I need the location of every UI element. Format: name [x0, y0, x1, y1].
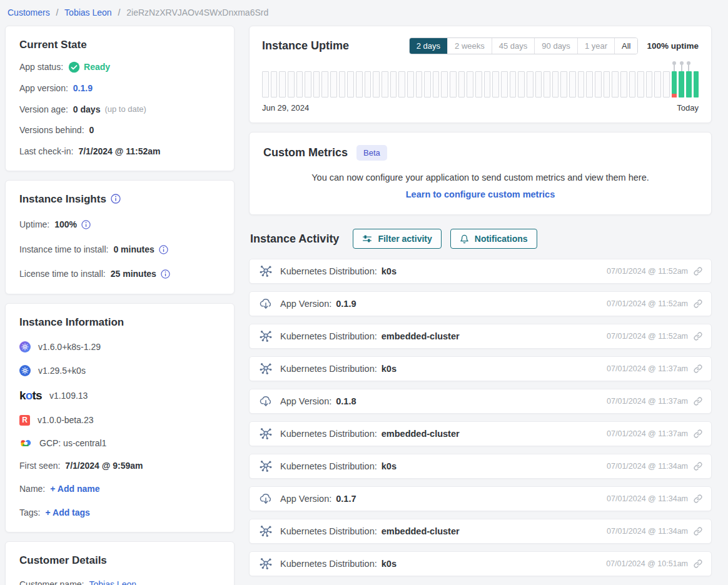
breadcrumb-separator: /	[118, 8, 121, 18]
activity-timestamp: 07/01/2024 @ 11:34am	[607, 527, 688, 536]
uptime-bar-empty	[595, 71, 602, 98]
version-age-label: Version age:	[19, 104, 68, 116]
uptime-bar-empty	[467, 71, 473, 98]
kots-logo-ts: ts	[33, 389, 42, 402]
uptime-range-2-days[interactable]: 2 days	[410, 38, 447, 54]
cluster-icon	[259, 264, 273, 278]
permalink-icon[interactable]	[694, 267, 702, 276]
instance-uptime-title: Instance Uptime	[262, 39, 349, 52]
permalink-icon[interactable]	[694, 332, 702, 341]
activity-value: k0s	[382, 364, 397, 374]
left-column: Current State App status: Ready App vers…	[5, 26, 235, 585]
uptime-label: Uptime:	[19, 219, 49, 231]
custom-metrics-title: Custom Metrics	[263, 146, 348, 159]
k0s-version-row: v1.29.5+k0s	[19, 365, 220, 376]
breadcrumb-instance-id: 2ieRzNzXRVJAOv4SWxDnxma6Srd	[126, 8, 268, 18]
uptime-bar-empty	[416, 71, 423, 98]
uptime-bar-empty	[501, 71, 508, 98]
uptime-bar-empty	[629, 71, 636, 98]
gcp-region-row: GCP: us-central1	[19, 438, 220, 448]
uptime-bar-empty	[543, 71, 550, 98]
uptime-bar-empty	[407, 71, 414, 98]
replicated-logo-letter: R	[19, 415, 30, 426]
instance-time-to-install-value: 0 minutes	[113, 244, 154, 256]
uptime-bar-empty	[612, 71, 619, 98]
activity-label: Kubernetes Distribution:	[280, 461, 377, 471]
info-icon[interactable]	[81, 220, 91, 229]
activity-timestamp: 07/01/2024 @ 11:34am	[607, 494, 688, 503]
add-name-link[interactable]: + Add name	[50, 484, 99, 495]
permalink-icon[interactable]	[694, 462, 702, 471]
uptime-range-1-year[interactable]: 1 year	[577, 38, 614, 54]
uptime-range-all[interactable]: All	[614, 38, 637, 54]
permalink-icon[interactable]	[694, 559, 702, 568]
permalink-icon[interactable]	[694, 494, 702, 503]
permalink-icon[interactable]	[694, 364, 702, 373]
uptime-bar-empty	[330, 71, 337, 98]
uptime-bar-empty	[654, 71, 661, 98]
current-state-title: Current State	[19, 39, 220, 51]
uptime-start-label: Jun 29, 2024	[262, 103, 309, 112]
customer-details-title: Customer Details	[19, 554, 220, 567]
uptime-range-45-days[interactable]: 45 days	[492, 38, 535, 54]
info-icon[interactable]	[159, 245, 168, 254]
uptime-range-90-days[interactable]: 90 days	[534, 38, 577, 54]
gcp-icon	[19, 438, 32, 448]
custom-metrics-description: You can now configure your application t…	[263, 172, 697, 182]
activity-row: Kubernetes Distribution: k0s 07/01/2024 …	[249, 259, 712, 284]
activity-value: 0.1.7	[336, 494, 356, 504]
customer-name-link[interactable]: Tobias Leon	[89, 579, 136, 585]
license-time-to-install-label: License time to install:	[19, 269, 106, 280]
instance-information-title: Instance Information	[19, 316, 220, 329]
notifications-button[interactable]: Notifications	[450, 229, 537, 249]
customer-details-card: Customer Details Customer name: Tobias L…	[5, 541, 235, 585]
uptime-bar-empty	[646, 71, 653, 98]
activity-label: Kubernetes Distribution:	[280, 429, 377, 439]
uptime-bar-empty	[365, 71, 372, 98]
info-icon[interactable]	[161, 269, 170, 279]
custom-metrics-card: Custom Metrics Beta You can now configur…	[249, 132, 712, 215]
breadcrumb-customer-name[interactable]: Tobias Leon	[64, 8, 112, 18]
activity-timestamp: 07/01/2024 @ 11:34am	[607, 462, 688, 471]
last-checkin-value: 7/1/2024 @ 11:52am	[78, 146, 160, 158]
right-column: Instance Uptime 2 days2 weeks45 days90 d…	[249, 26, 712, 584]
activity-value: k0s	[382, 461, 397, 471]
activity-value: embedded-cluster	[382, 429, 460, 439]
configure-custom-metrics-link[interactable]: Learn to configure custom metrics	[263, 189, 697, 199]
activity-timestamp: 07/01/2024 @ 11:37am	[607, 397, 688, 406]
k0s-version: v1.29.5+k0s	[38, 366, 86, 376]
uptime-bar-empty	[492, 71, 499, 98]
uptime-bar-empty	[288, 71, 295, 98]
instance-information-card: Instance Information v1.6.0+k8s-1.29 v1.…	[5, 303, 235, 533]
uptime-range-2-weeks[interactable]: 2 weeks	[447, 38, 492, 54]
activity-timestamp: 07/01/2024 @ 11:37am	[607, 429, 688, 438]
app-version-link[interactable]: 0.1.9	[73, 83, 93, 94]
uptime-bar-empty	[535, 71, 542, 98]
filter-activity-button[interactable]: Filter activity	[353, 229, 441, 249]
permalink-icon[interactable]	[694, 397, 702, 406]
uptime-bar-empty	[552, 71, 559, 98]
last-checkin-label: Last check-in:	[19, 146, 73, 158]
bell-icon	[460, 234, 469, 244]
first-seen-value: 7/1/2024 @ 9:59am	[65, 461, 143, 472]
cluster-icon	[259, 362, 273, 376]
info-icon[interactable]	[111, 194, 121, 204]
first-seen-label: First seen:	[19, 461, 60, 472]
breadcrumb-customers[interactable]: Customers	[8, 8, 50, 18]
permalink-icon[interactable]	[694, 299, 702, 308]
app-status-value: Ready	[84, 62, 110, 73]
permalink-icon[interactable]	[694, 527, 702, 536]
replicated-version-row: R v1.0.0-beta.23	[19, 415, 220, 426]
instance-insights-title-text: Instance Insights	[19, 193, 106, 205]
uptime-bar-empty	[569, 71, 576, 98]
embedded-cluster-version-row: v1.6.0+k8s-1.29	[19, 341, 220, 352]
activity-timestamp: 07/01/2024 @ 11:37am	[607, 364, 688, 373]
app-status-label: App status:	[19, 62, 63, 73]
permalink-icon[interactable]	[694, 429, 702, 438]
uptime-end-label: Today	[677, 103, 699, 112]
uptime-bar-up	[672, 71, 677, 98]
activity-timestamp: 07/01/2024 @ 11:52am	[607, 267, 688, 276]
instance-insights-title: Instance Insights	[19, 193, 220, 206]
add-tags-link[interactable]: + Add tags	[45, 508, 89, 519]
uptime-bar-empty	[321, 71, 328, 98]
